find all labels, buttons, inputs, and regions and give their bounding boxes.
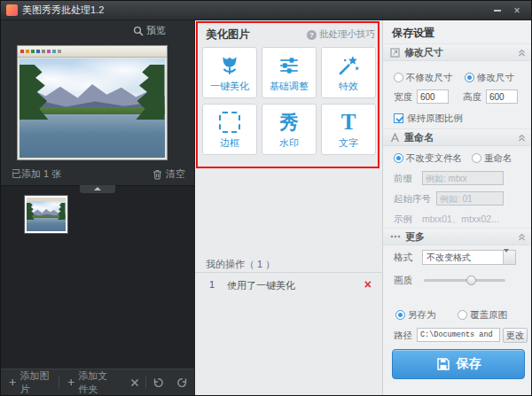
prefix-label: 前缀 bbox=[394, 171, 412, 185]
radio-no-resize-label: 不修改尺寸 bbox=[406, 72, 453, 82]
add-image-label: 添加图片 bbox=[20, 369, 51, 396]
quality-slider-handle[interactable] bbox=[466, 276, 476, 285]
preview-button[interactable]: 预览 bbox=[133, 24, 166, 37]
format-dropdown-value: 不改变格式 bbox=[426, 252, 471, 262]
collapse-chevron-icon[interactable] bbox=[518, 134, 526, 142]
thumbnail-photo-layers bbox=[27, 201, 66, 231]
save-disk-icon bbox=[436, 357, 450, 371]
history-controls bbox=[124, 377, 194, 389]
app-logo-icon bbox=[6, 4, 18, 16]
batch-tips-link[interactable]: ? 批处理小技巧 bbox=[307, 28, 375, 41]
operation-delete-button[interactable]: × bbox=[364, 277, 372, 291]
collapse-chevron-icon[interactable] bbox=[518, 233, 526, 241]
radio-keep-filename-control bbox=[394, 153, 403, 163]
image-list-panel: 预览 bbox=[1, 20, 194, 395]
section-more[interactable]: 更多 bbox=[383, 228, 532, 245]
photo-lake bbox=[20, 114, 165, 158]
save-button-label: 保存 bbox=[457, 356, 481, 372]
collapse-arrow-icon bbox=[94, 187, 101, 190]
beautify-panel-title: 美化图片 bbox=[206, 27, 250, 43]
clear-button-label: 清空 bbox=[166, 167, 185, 181]
example-row: 示例 mtxx01、mtxx02... bbox=[383, 212, 532, 228]
left-panel-toolbar: 添加图片 添加文件夹 bbox=[1, 369, 194, 395]
xiu-stamp-icon: 秀 bbox=[280, 110, 299, 135]
collapse-chevron-icon[interactable] bbox=[518, 49, 526, 57]
app-window: 美图秀秀批处理1.2 × 预览 bbox=[0, 0, 532, 396]
resize-options-row: 不修改尺寸 修改尺寸 bbox=[383, 70, 532, 86]
radio-save-as-control bbox=[395, 310, 405, 320]
window-title: 美图秀秀批处理1.2 bbox=[22, 4, 104, 17]
radio-keep-filename-label: 不改变文件名 bbox=[406, 152, 462, 163]
radio-no-resize-control bbox=[394, 73, 403, 82]
window-controls: × bbox=[489, 4, 526, 18]
operation-index: 1 bbox=[209, 279, 215, 290]
path-input[interactable] bbox=[417, 328, 500, 342]
clear-button[interactable]: 清空 bbox=[153, 167, 185, 181]
photo-sky bbox=[20, 58, 165, 158]
radio-rename[interactable]: 重命名 bbox=[472, 151, 512, 165]
radio-resize[interactable]: 修改尺寸 bbox=[465, 70, 514, 84]
radio-save-as[interactable]: 另存为 bbox=[395, 307, 436, 322]
thumbnail-image bbox=[27, 198, 66, 231]
path-row: 路径 更改 bbox=[383, 328, 532, 344]
batch-tips-label: 批处理小技巧 bbox=[319, 28, 375, 41]
prefix-input[interactable] bbox=[422, 171, 504, 185]
tool-label: 基础调整 bbox=[270, 80, 309, 93]
image-thumbnail[interactable] bbox=[24, 195, 68, 234]
tool-basic-adjust[interactable]: 基础调整 bbox=[262, 47, 317, 98]
height-input[interactable] bbox=[486, 89, 518, 104]
preview-button-label: 预览 bbox=[146, 24, 166, 37]
example-label: 示例 bbox=[394, 212, 412, 226]
toolbar-chip bbox=[31, 50, 35, 53]
redo-button[interactable] bbox=[170, 377, 194, 388]
close-button[interactable]: × bbox=[508, 4, 526, 18]
radio-keep-filename[interactable]: 不改变文件名 bbox=[394, 151, 462, 165]
tool-label: 一键美化 bbox=[210, 80, 249, 93]
added-count-row: 已添加 1 张 清空 bbox=[12, 167, 185, 181]
start-number-input[interactable] bbox=[436, 191, 504, 206]
minimize-button[interactable] bbox=[489, 4, 506, 18]
frame-icon bbox=[219, 110, 240, 135]
keep-ratio-checkbox[interactable]: 保持原图比例 bbox=[394, 111, 463, 125]
landscape-photo bbox=[20, 58, 165, 158]
section-resize-title: 修改尺寸 bbox=[404, 46, 443, 59]
toolbar-chip bbox=[58, 50, 61, 53]
undo-button[interactable] bbox=[146, 377, 170, 388]
add-image-button[interactable]: 添加图片 bbox=[1, 369, 59, 396]
change-path-button[interactable]: 更改 bbox=[503, 328, 528, 343]
add-folder-button[interactable]: 添加文件夹 bbox=[59, 369, 124, 396]
titlebar: 美图秀秀批处理1.2 × bbox=[1, 1, 531, 20]
start-number-row: 起始序号 bbox=[383, 191, 532, 207]
tool-watermark[interactable]: 秀 水印 bbox=[262, 104, 317, 155]
section-resize[interactable]: 修改尺寸 bbox=[383, 43, 532, 61]
keep-ratio-label: 保持原图比例 bbox=[407, 113, 463, 123]
rename-options-row: 不改变文件名 重命名 bbox=[383, 151, 532, 167]
radio-no-resize[interactable]: 不修改尺寸 bbox=[394, 70, 453, 84]
radio-overwrite[interactable]: 覆盖原图 bbox=[458, 307, 507, 322]
remove-icon bbox=[130, 378, 139, 387]
remove-image-button[interactable] bbox=[124, 378, 145, 387]
tool-effects[interactable]: 特效 bbox=[321, 47, 376, 98]
tool-one-key-beautify[interactable]: 一键美化 bbox=[202, 47, 257, 98]
trash-icon bbox=[153, 169, 162, 180]
width-input[interactable] bbox=[417, 89, 449, 104]
save-button[interactable]: 保存 bbox=[392, 349, 525, 379]
radio-resize-label: 修改尺寸 bbox=[477, 72, 514, 82]
radio-overwrite-control bbox=[458, 310, 467, 320]
format-dropdown[interactable]: 不改变格式 bbox=[422, 250, 516, 265]
section-rename[interactable]: 重命名 bbox=[383, 128, 532, 146]
format-row: 格式 不改变格式 bbox=[383, 250, 532, 266]
collapse-handle[interactable] bbox=[80, 185, 115, 193]
toolbar-chip bbox=[42, 50, 45, 53]
operation-list-item: 1 使用了一键美化 × bbox=[195, 276, 382, 293]
start-number-label: 起始序号 bbox=[394, 191, 431, 206]
toolbar-chip bbox=[26, 50, 29, 53]
add-folder-label: 添加文件夹 bbox=[78, 369, 116, 396]
tool-text[interactable]: T 文字 bbox=[321, 104, 376, 155]
toolbar-chip bbox=[47, 50, 51, 53]
beautify-panel: 美化图片 ? 批处理小技巧 一键美化 基础调整 bbox=[194, 20, 382, 395]
quality-slider[interactable] bbox=[424, 279, 505, 282]
magnifier-icon bbox=[133, 26, 144, 36]
operation-text: 使用了一键美化 bbox=[227, 279, 295, 292]
tool-border[interactable]: 边框 bbox=[202, 104, 257, 155]
